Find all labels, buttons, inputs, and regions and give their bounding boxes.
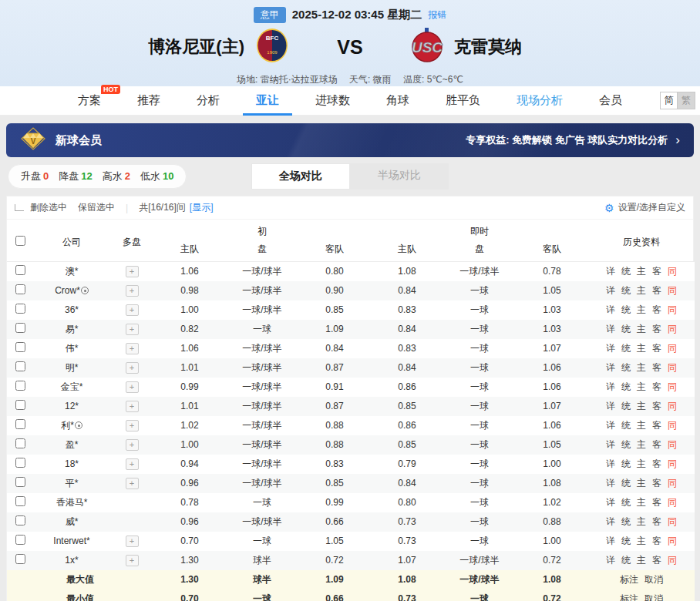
history-link-客[interactable]: 客 [652, 516, 661, 527]
vip-banner[interactable]: V 新球会员 专享权益: 免费解锁 免广告 球队实力对比分析 › [6, 123, 694, 157]
history-link-主[interactable]: 主 [637, 516, 646, 527]
row-checkbox[interactable] [15, 265, 25, 275]
history-link-客[interactable]: 客 [652, 439, 661, 450]
history-link-主[interactable]: 主 [637, 439, 646, 450]
history-link-详[interactable]: 详 [606, 555, 615, 566]
history-link-详[interactable]: 详 [606, 304, 615, 315]
history-link-客[interactable]: 客 [652, 266, 661, 277]
expand-plus-button[interactable]: + [126, 536, 139, 547]
history-link-客[interactable]: 客 [652, 536, 661, 546]
expand-plus-button[interactable]: + [126, 324, 139, 335]
row-checkbox[interactable] [15, 323, 25, 333]
history-link-主[interactable]: 主 [637, 285, 646, 296]
history-link-同[interactable]: 同 [668, 285, 677, 296]
history-link-同[interactable]: 同 [668, 324, 677, 334]
expand-plus-button[interactable]: + [126, 555, 139, 566]
keep-selected-button[interactable]: 保留选中 [78, 201, 115, 214]
row-checkbox[interactable] [15, 496, 25, 506]
expand-plus-button[interactable]: + [126, 478, 139, 489]
row-checkbox[interactable] [15, 304, 25, 314]
history-link-详[interactable]: 详 [606, 401, 615, 411]
history-link-主[interactable]: 主 [637, 266, 646, 277]
history-link-客[interactable]: 客 [652, 304, 661, 315]
history-link-详[interactable]: 详 [606, 381, 615, 392]
history-link-详[interactable]: 详 [606, 497, 615, 508]
nav-tab-进球数[interactable]: 进球数 [302, 86, 363, 116]
tab-half-match[interactable]: 半场对比 [350, 163, 449, 190]
history-link-同[interactable]: 同 [668, 478, 677, 489]
settings-customize-button[interactable]: ⚙ 设置/选择自定义 [604, 201, 685, 214]
history-link-同[interactable]: 同 [668, 555, 677, 566]
row-checkbox[interactable] [15, 342, 25, 352]
row-checkbox[interactable] [15, 284, 25, 294]
history-link-详[interactable]: 详 [606, 362, 615, 373]
delete-selected-button[interactable]: 删除选中 [30, 201, 67, 214]
history-link-统[interactable]: 统 [621, 420, 631, 431]
invert-selection-icon[interactable] [15, 204, 24, 211]
history-link-客[interactable]: 客 [652, 458, 661, 469]
history-link-统[interactable]: 统 [621, 497, 631, 508]
summary-action-取消[interactable]: 取消 [644, 593, 663, 601]
nav-tab-分析[interactable]: 分析 [183, 86, 233, 116]
row-checkbox[interactable] [15, 458, 25, 468]
history-link-同[interactable]: 同 [668, 420, 677, 431]
history-link-客[interactable]: 客 [652, 401, 661, 411]
history-link-统[interactable]: 统 [621, 439, 631, 450]
history-link-统[interactable]: 统 [621, 343, 631, 354]
nav-tab-角球[interactable]: 角球 [373, 86, 422, 116]
history-link-主[interactable]: 主 [637, 343, 646, 354]
history-link-统[interactable]: 统 [621, 266, 631, 277]
history-link-主[interactable]: 主 [637, 536, 646, 546]
history-link-统[interactable]: 统 [621, 381, 631, 392]
nav-tab-推荐[interactable]: 推荐 [124, 86, 173, 116]
history-link-统[interactable]: 统 [621, 536, 631, 546]
nav-tab-亚让[interactable]: 亚让 [243, 86, 292, 116]
tab-full-match[interactable]: 全场对比 [251, 163, 350, 190]
summary-action-标注[interactable]: 标注 [620, 593, 638, 601]
history-link-同[interactable]: 同 [668, 343, 677, 354]
show-link[interactable]: [显示] [190, 201, 214, 214]
row-checkbox[interactable] [15, 438, 25, 448]
history-link-客[interactable]: 客 [652, 555, 661, 566]
row-checkbox[interactable] [15, 554, 25, 564]
history-link-主[interactable]: 主 [637, 458, 646, 469]
history-link-主[interactable]: 主 [637, 497, 646, 508]
history-link-详[interactable]: 详 [606, 324, 615, 334]
history-link-同[interactable]: 同 [668, 266, 677, 277]
history-link-主[interactable]: 主 [637, 304, 646, 315]
row-checkbox[interactable] [15, 535, 25, 545]
chevron-right-icon[interactable]: › [675, 133, 680, 148]
history-link-主[interactable]: 主 [637, 478, 646, 489]
history-link-同[interactable]: 同 [668, 401, 677, 411]
history-link-详[interactable]: 详 [606, 439, 615, 450]
expand-plus-button[interactable]: + [126, 362, 139, 374]
history-link-详[interactable]: 详 [606, 285, 615, 296]
history-link-同[interactable]: 同 [668, 458, 677, 469]
history-link-统[interactable]: 统 [621, 304, 631, 315]
history-link-同[interactable]: 同 [668, 304, 677, 315]
history-link-同[interactable]: 同 [668, 362, 677, 373]
history-link-客[interactable]: 客 [652, 381, 661, 392]
history-link-统[interactable]: 统 [621, 458, 631, 469]
expand-plus-button[interactable]: + [126, 304, 139, 316]
history-link-同[interactable]: 同 [668, 516, 677, 527]
history-link-详[interactable]: 详 [606, 266, 615, 277]
history-link-统[interactable]: 统 [621, 516, 631, 527]
history-link-客[interactable]: 客 [652, 420, 661, 431]
history-link-客[interactable]: 客 [652, 324, 661, 334]
history-link-统[interactable]: 统 [621, 555, 631, 566]
history-link-详[interactable]: 详 [606, 343, 615, 354]
history-link-同[interactable]: 同 [668, 536, 677, 546]
nav-tab-方案[interactable]: 方案HOT [65, 86, 114, 116]
history-link-详[interactable]: 详 [606, 458, 615, 469]
history-link-主[interactable]: 主 [637, 362, 646, 373]
history-link-客[interactable]: 客 [652, 362, 661, 373]
history-link-详[interactable]: 详 [606, 536, 615, 546]
history-link-客[interactable]: 客 [652, 478, 661, 489]
history-link-统[interactable]: 统 [621, 285, 631, 296]
report-error-link[interactable]: 报错 [428, 8, 446, 22]
history-link-详[interactable]: 详 [606, 420, 615, 431]
lang-simplified-button[interactable]: 简 [660, 92, 678, 109]
history-link-客[interactable]: 客 [652, 343, 661, 354]
summary-action-取消[interactable]: 取消 [644, 574, 663, 585]
